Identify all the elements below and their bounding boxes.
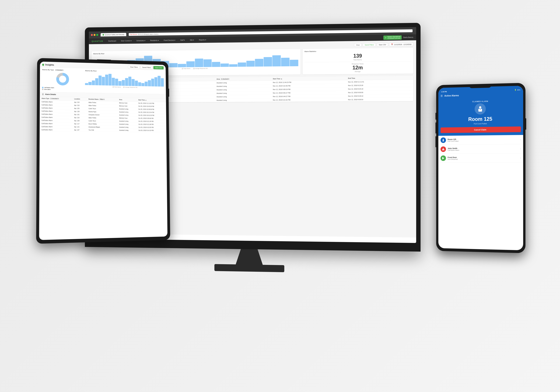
date-range-picker[interactable]: 📅 11/12/2018 - 11/13/2018 <box>389 42 413 46</box>
tablet-bar-segment <box>122 80 125 86</box>
save-csv-button[interactable]: Save CSV <box>377 43 388 46</box>
tablet-bar-chart <box>85 72 164 87</box>
svg-point-3 <box>479 106 481 109</box>
battery-level: 65% <box>517 89 520 91</box>
cell-start: Nov 12, 2018 9:22:46 PM <box>271 84 347 88</box>
bar-segment <box>238 62 246 67</box>
cell-end: Nov 12, 2018 9:28:10 <box>347 94 413 98</box>
phone-volume-up-button[interactable] <box>436 122 436 134</box>
cell-location: Apt. 225 <box>72 107 87 110</box>
alarm-subtitle-front-door: Door Breached <box>448 158 519 160</box>
alarm-item-john-smith[interactable]: ! John Smith Call Button Alarm › <box>438 144 523 154</box>
cell-alarm-type: Call Button Alarm <box>40 119 72 122</box>
tablet-bar-segment <box>148 80 151 86</box>
system-status-text: System Operational 11/13/2018 12:31 AM <box>388 36 400 39</box>
tab-favicon <box>102 34 104 36</box>
tablet-bar-segment <box>125 78 128 86</box>
cell-resident: Trix Chili <box>87 129 118 132</box>
type-filter[interactable]: 2 checked - <box>55 69 64 71</box>
nav-reports[interactable]: Reports ▾ <box>198 38 207 41</box>
tablet-saved-filters-button[interactable]: Saved Filters <box>140 66 153 69</box>
cell-start: Oct 26, 2018 9:21:08 PM <box>137 123 166 126</box>
tab-label: Quantum Safety and Security <box>105 34 124 36</box>
cell-area: Assisted Living <box>215 98 271 102</box>
nav-door-control[interactable]: Door Control ▾ <box>120 39 133 42</box>
phone-silent-button[interactable] <box>436 113 436 120</box>
tablet-bar-segment <box>92 80 95 85</box>
cell-alarm-type: Call Button Alarm <box>40 106 72 110</box>
url-display: 10.0.12.10/report-alarm-history <box>138 33 159 35</box>
cell-location: Apt. 216 <box>72 104 87 107</box>
cell-area: Assisted Living <box>215 84 271 88</box>
not-secure-label: Not Secure <box>130 34 137 35</box>
claimed-badge-label: CLAIMED ALARM <box>440 100 521 103</box>
cell-resident: Cleopatra Gesner <box>87 113 118 117</box>
cell-resident: Carlin Teryn <box>87 119 118 123</box>
minimize-window-icon[interactable] <box>94 34 95 36</box>
tablet-col-area: Area <box>118 98 137 102</box>
alarm-info-front-door: Front Door Door Breached <box>448 156 519 160</box>
cell-start: Nov 12, 2018 8:21:02 PM <box>271 98 347 102</box>
cell-end: Nov 12, 2018 9:23:26 <box>347 83 413 87</box>
tablet-legend-total: ⬜ Total Alarms <box>112 86 121 88</box>
claimed-room: Room 125 <box>440 115 521 123</box>
cell-alarm-type: Call Button Alarm <box>40 125 72 129</box>
cell-resident: Abbe Fridna <box>87 104 118 108</box>
tablet-bar-segment <box>145 82 148 86</box>
phone-screen: 1:35 PM 🔋 65% ☰ Active Alarms CLAIMED AL… <box>438 86 523 250</box>
tablet-bar-segment <box>99 75 102 85</box>
browser-tab[interactable]: Quantum Safety and Security <box>101 33 126 37</box>
alarm-icon-john-smith: ! <box>440 146 446 152</box>
cell-area: Assisted Living <box>118 123 137 126</box>
close-window-icon[interactable] <box>91 34 93 36</box>
nav-fixed-devices[interactable]: Fixed Devices ▾ <box>162 39 176 42</box>
tablet-bar-segment <box>128 77 131 86</box>
tablet-table-container[interactable]: Alarm Type2 checked ▾ Location Resident … <box>40 97 166 132</box>
phone-volume-down-button[interactable] <box>436 136 436 147</box>
location-icon <box>42 63 45 66</box>
cell-end: Nov 12, 2018 9:00:54 <box>347 98 413 101</box>
bar-segment <box>178 64 186 67</box>
tablet-clear-filters-button[interactable]: Clear Filters <box>128 65 140 69</box>
tablet-bar-segment <box>95 78 98 85</box>
tablet-screen: Insights Clear Filters Saved Filters Sav… <box>39 62 168 240</box>
alarm-item-front-door[interactable]: Front Door Door Breached › <box>438 153 523 163</box>
cell-alarm-type: Call Button Alarm <box>40 103 72 107</box>
cancel-claim-button[interactable]: Cancel Claim <box>440 126 521 133</box>
alarm-list: Room 125 Pull Cord Pulled › ! <box>438 135 523 163</box>
bar-segment <box>290 60 298 66</box>
cell-start: Oct 26, 2018 9:35:06 PM <box>137 117 166 120</box>
phone-power-button[interactable] <box>525 118 526 130</box>
alarm-icon-front-door <box>440 155 446 161</box>
cell-alarm-type: Call Button Alarm <box>40 116 72 119</box>
saved-filters-button[interactable]: Saved Filters <box>363 43 376 47</box>
alarm-item-room125[interactable]: Room 125 Pull Cord Pulled › <box>438 135 523 145</box>
cell-start: Nov 12, 2018 8:55:27 PM <box>271 91 347 95</box>
cell-area: Memory Care <box>118 117 137 120</box>
list-item[interactable]: Call Button Alarm Apt. 107 Trix Chili As… <box>40 128 166 132</box>
hamburger-menu-icon[interactable]: ☰ <box>440 94 443 97</box>
tablet-bar-segment <box>132 79 135 86</box>
cell-alarm-type: Call Button Alarm <box>40 122 72 125</box>
nav-schedules[interactable]: Schedules ▾ <box>135 39 146 42</box>
nav-staff[interactable]: Staff ▾ <box>179 39 186 42</box>
clear-button[interactable]: Clear <box>354 43 362 47</box>
nav-residents[interactable]: Residents ▾ <box>149 39 160 42</box>
system-status-badge: ✓ System Operational 11/13/2018 12:31 AM <box>383 35 402 40</box>
nav-site[interactable]: Site ▾ <box>189 39 195 41</box>
cell-resident: Abbe Fridna <box>87 101 118 104</box>
cell-area: Memory Care <box>118 101 137 105</box>
cell-area: Assisted Living <box>118 113 137 117</box>
bar-segment <box>212 62 220 67</box>
alarms-by-type-title: Alarms By Type 2 checked - <box>42 69 83 71</box>
tablet-power-button[interactable] <box>169 89 169 97</box>
phone-notch <box>469 84 491 88</box>
tablet-save-csv-button[interactable]: Save CSV <box>153 66 164 70</box>
bar-segment <box>264 57 272 67</box>
bar-segment <box>246 61 255 67</box>
maximize-window-icon[interactable] <box>96 34 98 36</box>
cell-end: Nov 12, 2018 9:25:18 <box>347 87 413 91</box>
tablet-alarm-table: Alarm Type2 checked ▾ Location Resident … <box>40 97 166 132</box>
nav-dashboard[interactable]: Dashboard <box>107 40 117 43</box>
svg-rect-6 <box>480 109 480 110</box>
